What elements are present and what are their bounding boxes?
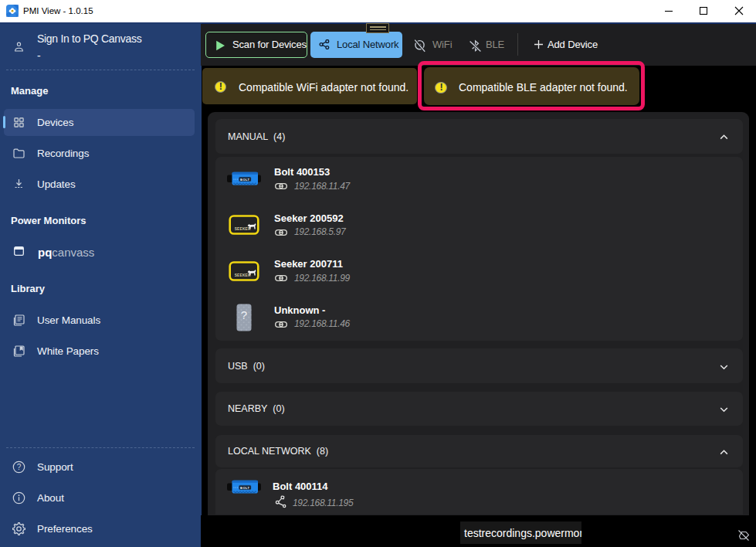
svg-text:SEEKER: SEEKER bbox=[234, 227, 250, 231]
svg-text:?: ? bbox=[17, 463, 22, 471]
svg-text:BOLT: BOLT bbox=[240, 486, 249, 490]
svg-text:BOLT: BOLT bbox=[240, 178, 249, 182]
svg-text:SEEKER: SEEKER bbox=[234, 274, 250, 277]
svg-text:?: ? bbox=[241, 308, 247, 321]
